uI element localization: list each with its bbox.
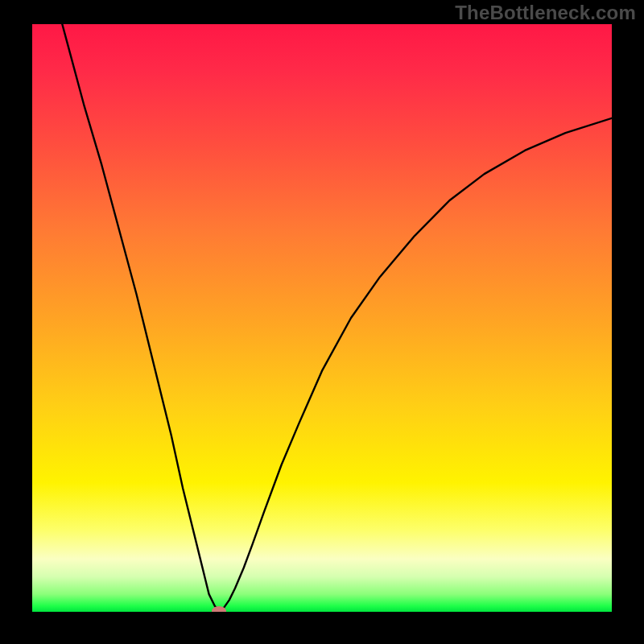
optimal-marker bbox=[212, 606, 226, 612]
chart-frame: TheBottleneck.com bbox=[0, 0, 644, 644]
curve-svg bbox=[32, 24, 612, 612]
plot-area bbox=[32, 24, 612, 612]
bottleneck-curve bbox=[32, 24, 612, 611]
watermark-text: TheBottleneck.com bbox=[455, 2, 636, 24]
